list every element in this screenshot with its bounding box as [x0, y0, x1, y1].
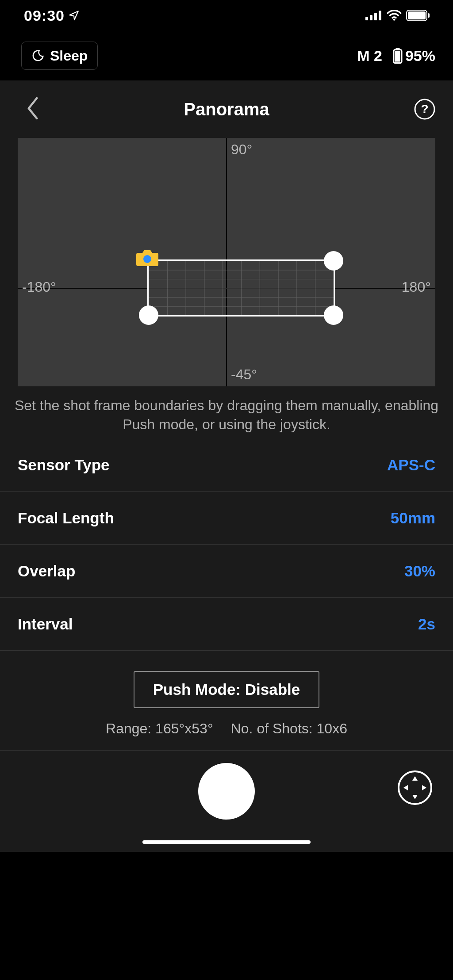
- svg-point-13: [143, 255, 151, 263]
- row-label: Sensor Type: [18, 456, 109, 474]
- svg-rect-10: [395, 51, 400, 62]
- content-area: Panorama ? 90° -180° 180° -45°: [0, 80, 453, 852]
- ios-status-bar: 09:30: [0, 0, 453, 31]
- page-title: Panorama: [184, 99, 269, 119]
- footer-bar: [0, 750, 453, 852]
- settings-rows: Sensor Type APS-C Focal Length 50mm Over…: [0, 439, 453, 651]
- svg-rect-2: [374, 13, 377, 20]
- app-top-bar: Sleep M 2 95%: [0, 31, 453, 80]
- dpad-icon: [397, 770, 433, 805]
- pano-label-bottom: -45°: [231, 366, 257, 383]
- sleep-label: Sleep: [50, 48, 88, 64]
- home-indicator[interactable]: [142, 840, 311, 844]
- panorama-area[interactable]: 90° -180° 180° -45°: [18, 138, 435, 386]
- sleep-button[interactable]: Sleep: [21, 42, 98, 70]
- signal-icon: [365, 11, 382, 20]
- row-label: Interval: [18, 615, 73, 633]
- row-interval[interactable]: Interval 2s: [0, 598, 453, 651]
- corner-handle-tr[interactable]: [324, 251, 343, 271]
- svg-marker-16: [412, 795, 418, 799]
- app-bar-right: M 2 95%: [357, 47, 435, 65]
- pano-label-left: -180°: [22, 279, 56, 295]
- svg-rect-3: [379, 11, 381, 20]
- selection-frame[interactable]: [147, 259, 335, 316]
- meta-line: Range: 165°x53° No. of Shots: 10x6: [106, 721, 347, 737]
- panorama-wrap: 90° -180° 180° -45°: [18, 138, 435, 386]
- battery-small-icon: [393, 48, 403, 64]
- joystick-button[interactable]: [397, 770, 433, 805]
- battery-percent: 95%: [405, 47, 435, 65]
- corner-handle-br[interactable]: [324, 305, 343, 325]
- pano-label-right: 180°: [402, 279, 431, 295]
- shots-label: No. of Shots: 10x6: [231, 721, 347, 737]
- row-value: 50mm: [391, 509, 435, 527]
- wifi-icon: [387, 10, 402, 21]
- svg-point-4: [393, 19, 395, 21]
- camera-icon[interactable]: [136, 248, 158, 267]
- page-header: Panorama ?: [0, 80, 453, 138]
- shutter-button[interactable]: [198, 763, 255, 820]
- svg-rect-6: [408, 11, 426, 19]
- row-overlap[interactable]: Overlap 30%: [0, 545, 453, 598]
- status-time-block: 09:30: [24, 7, 80, 24]
- row-focal-length[interactable]: Focal Length 50mm: [0, 492, 453, 545]
- status-time: 09:30: [24, 7, 65, 24]
- status-right: [365, 10, 430, 21]
- help-button[interactable]: ?: [414, 99, 435, 120]
- chevron-left-icon: [25, 97, 41, 120]
- mode-label: M 2: [357, 47, 382, 65]
- push-mode-button[interactable]: Push Mode: Disable: [134, 671, 320, 708]
- row-value: 30%: [404, 562, 435, 580]
- selection-grid: [149, 261, 334, 315]
- row-value: APS-C: [387, 456, 435, 474]
- push-mode-section: Push Mode: Disable Range: 165°x53° No. o…: [0, 651, 453, 750]
- range-label: Range: 165°x53°: [106, 721, 213, 737]
- svg-marker-17: [403, 785, 408, 790]
- svg-marker-15: [412, 776, 418, 781]
- svg-rect-1: [370, 15, 372, 20]
- svg-rect-9: [395, 48, 399, 50]
- moon-icon: [31, 49, 45, 62]
- svg-rect-0: [365, 17, 368, 20]
- battery-full-icon: [406, 10, 430, 21]
- svg-rect-7: [428, 13, 430, 18]
- help-icon: ?: [414, 99, 435, 120]
- back-button[interactable]: [25, 97, 41, 122]
- row-value: 2s: [418, 615, 435, 633]
- svg-text:?: ?: [421, 102, 428, 116]
- hint-text: Set the shot frame boundaries by draggin…: [13, 396, 440, 434]
- row-sensor-type[interactable]: Sensor Type APS-C: [0, 439, 453, 492]
- svg-marker-18: [422, 785, 426, 790]
- row-label: Overlap: [18, 562, 75, 580]
- row-label: Focal Length: [18, 509, 114, 527]
- pano-label-top: 90°: [231, 141, 252, 158]
- location-icon: [68, 10, 80, 21]
- corner-handle-bl[interactable]: [139, 305, 158, 325]
